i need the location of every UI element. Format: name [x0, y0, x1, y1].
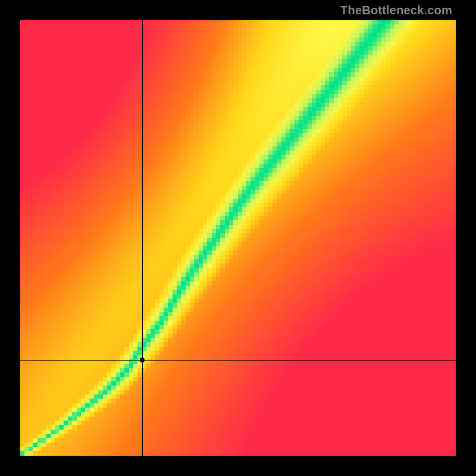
- crosshair-vertical: [142, 20, 143, 456]
- watermark-text: TheBottleneck.com: [340, 4, 452, 17]
- chart-frame: TheBottleneck.com: [0, 0, 476, 476]
- heatmap-canvas: [20, 20, 456, 456]
- crosshair-horizontal: [20, 360, 456, 361]
